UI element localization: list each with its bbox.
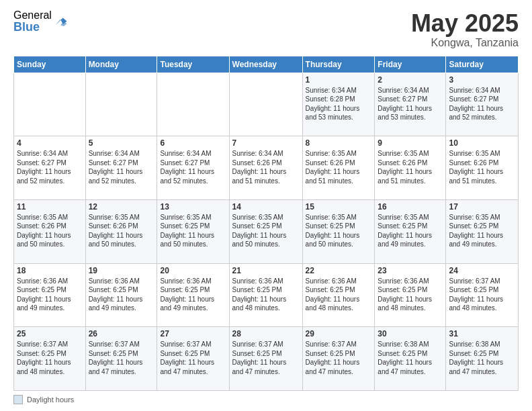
day-number: 20 [160, 266, 226, 275]
calendar-table: SundayMondayTuesdayWednesdayThursdayFrid… [13, 56, 519, 391]
day-number: 26 [89, 329, 154, 338]
day-cell: 29Sunrise: 6:37 AM Sunset: 6:25 PM Dayli… [302, 327, 375, 391]
day-info: Sunrise: 6:35 AM Sunset: 6:25 PM Dayligh… [232, 213, 300, 249]
day-cell [85, 73, 157, 136]
header: General Blue May 2025 Kongwa, Tanzania [13, 10, 519, 49]
day-number: 14 [232, 202, 300, 212]
day-cell: 5Sunrise: 6:34 AM Sunset: 6:27 PM Daylig… [85, 136, 157, 200]
day-info: Sunrise: 6:38 AM Sunset: 6:25 PM Dayligh… [449, 340, 515, 376]
day-info: Sunrise: 6:37 AM Sunset: 6:25 PM Dayligh… [160, 340, 226, 376]
day-number: 23 [378, 266, 443, 275]
day-info: Sunrise: 6:35 AM Sunset: 6:25 PM Dayligh… [160, 213, 226, 249]
day-number: 25 [17, 329, 83, 338]
day-info: Sunrise: 6:35 AM Sunset: 6:26 PM Dayligh… [17, 213, 83, 249]
day-cell: 23Sunrise: 6:36 AM Sunset: 6:25 PM Dayli… [375, 263, 446, 327]
day-cell: 24Sunrise: 6:37 AM Sunset: 6:25 PM Dayli… [446, 263, 519, 327]
calendar: SundayMondayTuesdayWednesdayThursdayFrid… [13, 56, 519, 391]
day-number: 22 [306, 266, 372, 275]
day-info: Sunrise: 6:36 AM Sunset: 6:25 PM Dayligh… [160, 277, 226, 313]
day-info: Sunrise: 6:35 AM Sunset: 6:25 PM Dayligh… [306, 213, 372, 249]
day-number: 27 [160, 329, 226, 338]
title-block: May 2025 Kongwa, Tanzania [411, 10, 519, 49]
day-info: Sunrise: 6:36 AM Sunset: 6:25 PM Dayligh… [232, 277, 300, 313]
week-row-4: 18Sunrise: 6:36 AM Sunset: 6:25 PM Dayli… [14, 263, 519, 327]
day-cell [157, 73, 229, 136]
day-number: 4 [17, 138, 83, 148]
day-cell: 16Sunrise: 6:35 AM Sunset: 6:25 PM Dayli… [375, 199, 446, 263]
day-info: Sunrise: 6:37 AM Sunset: 6:25 PM Dayligh… [306, 340, 372, 376]
day-info: Sunrise: 6:36 AM Sunset: 6:25 PM Dayligh… [306, 277, 372, 313]
day-number: 21 [232, 266, 300, 275]
week-row-3: 11Sunrise: 6:35 AM Sunset: 6:26 PM Dayli… [14, 199, 519, 263]
legend-box [13, 395, 23, 404]
day-cell: 27Sunrise: 6:37 AM Sunset: 6:25 PM Dayli… [157, 327, 229, 391]
day-number: 8 [306, 138, 372, 148]
day-cell: 17Sunrise: 6:35 AM Sunset: 6:25 PM Dayli… [446, 199, 519, 263]
day-cell: 15Sunrise: 6:35 AM Sunset: 6:25 PM Dayli… [302, 199, 375, 263]
footer: Daylight hours [13, 395, 519, 404]
day-info: Sunrise: 6:35 AM Sunset: 6:26 PM Dayligh… [449, 149, 515, 185]
day-cell: 9Sunrise: 6:35 AM Sunset: 6:26 PM Daylig… [375, 136, 446, 200]
day-cell: 28Sunrise: 6:37 AM Sunset: 6:25 PM Dayli… [229, 327, 302, 391]
day-number: 10 [449, 138, 515, 148]
week-row-1: 1Sunrise: 6:34 AM Sunset: 6:28 PM Daylig… [14, 73, 519, 136]
month-title: May 2025 [411, 10, 519, 37]
day-cell: 12Sunrise: 6:35 AM Sunset: 6:26 PM Dayli… [85, 199, 157, 263]
day-number: 6 [160, 138, 226, 148]
day-info: Sunrise: 6:38 AM Sunset: 6:25 PM Dayligh… [378, 340, 443, 376]
legend-label: Daylight hours [27, 396, 74, 404]
day-cell: 31Sunrise: 6:38 AM Sunset: 6:25 PM Dayli… [446, 327, 519, 391]
day-number: 3 [449, 75, 515, 85]
day-cell: 4Sunrise: 6:34 AM Sunset: 6:27 PM Daylig… [14, 136, 86, 200]
day-info: Sunrise: 6:35 AM Sunset: 6:25 PM Dayligh… [449, 213, 515, 249]
day-cell: 6Sunrise: 6:34 AM Sunset: 6:27 PM Daylig… [157, 136, 229, 200]
day-cell: 10Sunrise: 6:35 AM Sunset: 6:26 PM Dayli… [446, 136, 519, 200]
weekday-header-saturday: Saturday [446, 56, 519, 73]
day-info: Sunrise: 6:35 AM Sunset: 6:26 PM Dayligh… [306, 149, 372, 185]
weekday-header-wednesday: Wednesday [229, 56, 302, 73]
day-info: Sunrise: 6:37 AM Sunset: 6:25 PM Dayligh… [89, 340, 154, 376]
day-info: Sunrise: 6:37 AM Sunset: 6:25 PM Dayligh… [17, 340, 83, 376]
day-number: 18 [17, 266, 83, 275]
day-cell: 18Sunrise: 6:36 AM Sunset: 6:25 PM Dayli… [14, 263, 86, 327]
weekday-header-friday: Friday [375, 56, 446, 73]
week-row-2: 4Sunrise: 6:34 AM Sunset: 6:27 PM Daylig… [14, 136, 519, 200]
day-cell: 22Sunrise: 6:36 AM Sunset: 6:25 PM Dayli… [302, 263, 375, 327]
day-cell: 3Sunrise: 6:34 AM Sunset: 6:27 PM Daylig… [446, 73, 519, 136]
day-cell: 19Sunrise: 6:36 AM Sunset: 6:25 PM Dayli… [85, 263, 157, 327]
day-info: Sunrise: 6:37 AM Sunset: 6:25 PM Dayligh… [232, 340, 300, 376]
day-cell: 7Sunrise: 6:34 AM Sunset: 6:26 PM Daylig… [229, 136, 302, 200]
day-cell: 30Sunrise: 6:38 AM Sunset: 6:25 PM Dayli… [375, 327, 446, 391]
day-cell: 21Sunrise: 6:36 AM Sunset: 6:25 PM Dayli… [229, 263, 302, 327]
day-number: 16 [378, 202, 443, 212]
day-info: Sunrise: 6:35 AM Sunset: 6:26 PM Dayligh… [378, 149, 443, 185]
day-cell: 1Sunrise: 6:34 AM Sunset: 6:28 PM Daylig… [302, 73, 375, 136]
day-cell: 25Sunrise: 6:37 AM Sunset: 6:25 PM Dayli… [14, 327, 86, 391]
day-number: 2 [378, 75, 443, 85]
day-cell: 8Sunrise: 6:35 AM Sunset: 6:26 PM Daylig… [302, 136, 375, 200]
day-cell [229, 73, 302, 136]
day-cell: 2Sunrise: 6:34 AM Sunset: 6:27 PM Daylig… [375, 73, 446, 136]
logo-icon [53, 14, 68, 29]
weekday-header-sunday: Sunday [14, 56, 86, 73]
logo-text: General Blue [13, 10, 52, 33]
day-number: 9 [378, 138, 443, 148]
calendar-body: 1Sunrise: 6:34 AM Sunset: 6:28 PM Daylig… [14, 73, 519, 390]
day-number: 24 [449, 266, 515, 275]
day-info: Sunrise: 6:34 AM Sunset: 6:27 PM Dayligh… [89, 149, 154, 185]
logo: General Blue [13, 10, 68, 33]
day-number: 1 [306, 75, 372, 85]
day-cell: 13Sunrise: 6:35 AM Sunset: 6:25 PM Dayli… [157, 199, 229, 263]
day-info: Sunrise: 6:34 AM Sunset: 6:26 PM Dayligh… [232, 149, 300, 185]
day-number: 11 [17, 202, 83, 212]
weekday-header-monday: Monday [85, 56, 157, 73]
logo-general: General [13, 10, 52, 21]
day-info: Sunrise: 6:34 AM Sunset: 6:27 PM Dayligh… [449, 86, 515, 122]
day-number: 12 [89, 202, 154, 212]
calendar-header: SundayMondayTuesdayWednesdayThursdayFrid… [14, 56, 519, 73]
day-info: Sunrise: 6:34 AM Sunset: 6:27 PM Dayligh… [378, 86, 443, 122]
day-number: 15 [306, 202, 372, 212]
day-info: Sunrise: 6:36 AM Sunset: 6:25 PM Dayligh… [89, 277, 154, 313]
day-number: 7 [232, 138, 300, 148]
svg-marker-1 [60, 21, 67, 26]
